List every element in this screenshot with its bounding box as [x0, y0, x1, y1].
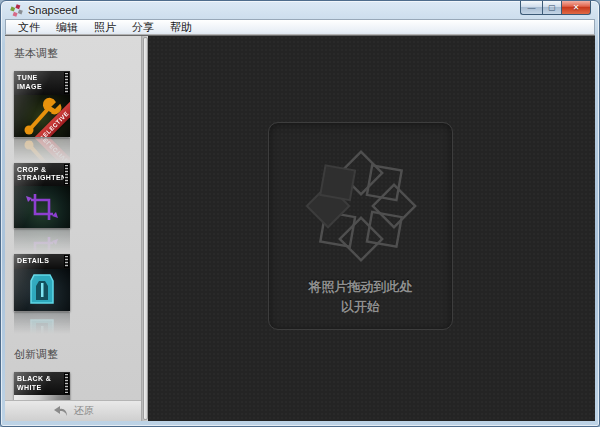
main-canvas: 将照片拖动到此处 以开始	[148, 36, 595, 421]
menu-edit[interactable]: 编辑	[48, 19, 86, 36]
window-controls: — ▢ ✕	[520, 1, 591, 15]
tile-reflection-wrap: CROP & STRAIGHTEN	[14, 163, 70, 229]
filter-tile-details[interactable]: DETAILS	[14, 254, 70, 311]
tile-band: TUNE IMAGE	[14, 71, 70, 95]
maximize-button[interactable]: ▢	[542, 1, 561, 15]
tile-band: DETAILS	[14, 254, 70, 269]
filter-sidebar: 基本调整 TUNE IMAGE	[5, 36, 141, 421]
filter-tile-tune-image[interactable]: TUNE IMAGE SELECTIVE	[14, 71, 70, 137]
close-button[interactable]: ✕	[561, 1, 591, 15]
snapseed-logo-icon	[10, 4, 23, 17]
tile-label: CROP & STRAIGHTEN	[17, 166, 62, 184]
dropzone-hint-line2: 以开始	[309, 297, 413, 317]
app-window: Snapseed — ▢ ✕ 文件 编辑 照片 分享 帮助 基本调整 TUNE …	[0, 0, 600, 427]
tile-label: TUNE IMAGE	[17, 74, 62, 92]
maximize-icon: ▢	[548, 4, 556, 12]
binding-icon	[64, 373, 69, 395]
tile-band: BLACK & WHITE	[14, 372, 70, 396]
binding-icon	[64, 164, 69, 186]
sidebar-scrollbar[interactable]	[141, 36, 148, 421]
title-bar[interactable]: Snapseed — ▢ ✕	[1, 1, 599, 19]
tile-artwork	[14, 186, 70, 228]
binding-icon	[64, 72, 69, 94]
tile-artwork: SELECTIVE	[14, 95, 70, 137]
menu-help[interactable]: 帮助	[162, 19, 200, 36]
minimize-icon: —	[528, 4, 536, 12]
revert-button[interactable]: 还原	[5, 400, 141, 421]
crop-icon	[14, 186, 70, 228]
dropzone-hint-line1: 将照片拖动到此处	[309, 277, 413, 297]
menu-share[interactable]: 分享	[124, 19, 162, 36]
menu-photo[interactable]: 照片	[86, 19, 124, 36]
tile-artwork	[14, 269, 70, 311]
tile-reflection-wrap: DETAILS	[14, 254, 70, 311]
photo-dropzone[interactable]: 将照片拖动到此处 以开始	[268, 122, 453, 330]
menu-file[interactable]: 文件	[10, 19, 48, 36]
revert-label: 还原	[74, 404, 94, 418]
back-arrow-icon	[53, 405, 69, 417]
binding-icon	[64, 255, 69, 268]
tile-label: DETAILS	[17, 257, 62, 266]
tile-label: BLACK & WHITE	[17, 375, 62, 393]
minimize-button[interactable]: —	[520, 1, 542, 15]
window-title: Snapseed	[28, 4, 78, 16]
snapseed-pinwheel-icon	[286, 137, 436, 275]
tile-reflection-wrap: TUNE IMAGE SELECTIVE	[14, 71, 70, 137]
tile-grid-basic: TUNE IMAGE SELECTIVE	[5, 71, 141, 337]
content-area: 基本调整 TUNE IMAGE	[5, 35, 595, 421]
tile-band: CROP & STRAIGHTEN	[14, 163, 70, 187]
section-title-basic: 基本调整	[14, 46, 141, 61]
menu-bar: 文件 编辑 照片 分享 帮助	[5, 19, 595, 35]
filter-tile-crop-straighten[interactable]: CROP & STRAIGHTEN	[14, 163, 70, 229]
dropzone-hint: 将照片拖动到此处 以开始	[309, 277, 413, 317]
sharpener-icon	[14, 269, 70, 311]
close-icon: ✕	[573, 4, 580, 12]
section-title-creative: 创新调整	[14, 347, 141, 362]
